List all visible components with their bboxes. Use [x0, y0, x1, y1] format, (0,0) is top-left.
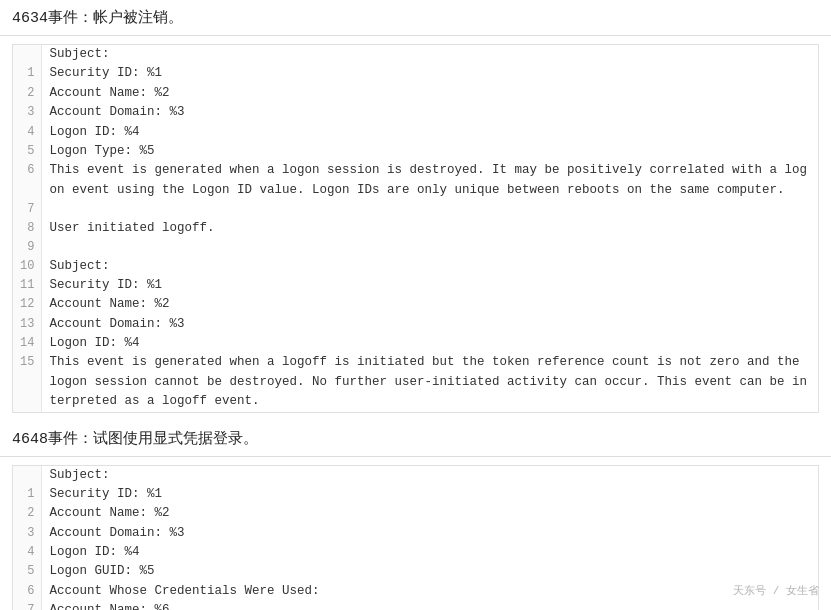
- line-content: Account Domain: %3: [41, 103, 818, 122]
- table-row: 4Logon ID: %4: [13, 543, 818, 562]
- line-number: 5: [13, 142, 41, 161]
- line-number: 1: [13, 64, 41, 83]
- line-content: Logon ID: %4: [41, 123, 818, 142]
- line-number: 4: [13, 123, 41, 142]
- table-row: 13Account Domain: %3: [13, 315, 818, 334]
- line-content: Account Name: %2: [41, 84, 818, 103]
- line-number: 5: [13, 562, 41, 581]
- line-content: Account Whose Credentials Were Used:: [41, 582, 818, 601]
- line-content: Logon Type: %5: [41, 142, 818, 161]
- table-row: 3Account Domain: %3: [13, 524, 818, 543]
- code-block-section-4634: Subject:1Security ID: %12Account Name: %…: [12, 44, 819, 413]
- table-row: 4Logon ID: %4: [13, 123, 818, 142]
- line-content: This event is generated when a logoff is…: [41, 353, 818, 411]
- code-table-section-4634: Subject:1Security ID: %12Account Name: %…: [13, 45, 818, 412]
- line-content: Logon ID: %4: [41, 334, 818, 353]
- line-number: 4: [13, 543, 41, 562]
- table-row: 3Account Domain: %3: [13, 103, 818, 122]
- line-content: Logon ID: %4: [41, 543, 818, 562]
- line-content: Account Name: %2: [41, 295, 818, 314]
- line-content: Subject:: [41, 257, 818, 276]
- line-number: [13, 466, 41, 485]
- section-header-section-4634: 4634事件：帐户被注销。: [0, 0, 831, 36]
- table-row: 15This event is generated when a logoff …: [13, 353, 818, 411]
- line-content: Account Domain: %3: [41, 524, 818, 543]
- line-content: This event is generated when a logon ses…: [41, 161, 818, 200]
- line-number: 10: [13, 257, 41, 276]
- table-row: 2Account Name: %2: [13, 84, 818, 103]
- line-content: User initiated logoff.: [41, 219, 818, 238]
- line-number: 7: [13, 200, 41, 219]
- table-row: 14Logon ID: %4: [13, 334, 818, 353]
- table-row: Subject:: [13, 45, 818, 64]
- code-table-section-4648: Subject:1Security ID: %12Account Name: %…: [13, 466, 818, 610]
- table-row: 5Logon Type: %5: [13, 142, 818, 161]
- line-number: 2: [13, 504, 41, 523]
- line-number: 3: [13, 524, 41, 543]
- line-content: [41, 238, 818, 257]
- line-content: Security ID: %1: [41, 64, 818, 83]
- table-row: 7: [13, 200, 818, 219]
- line-number: 8: [13, 219, 41, 238]
- line-content: Subject:: [41, 466, 818, 485]
- line-number: 7: [13, 601, 41, 610]
- line-number: 11: [13, 276, 41, 295]
- table-row: 1Security ID: %1: [13, 485, 818, 504]
- line-number: 9: [13, 238, 41, 257]
- table-row: 8User initiated logoff.: [13, 219, 818, 238]
- line-number: 12: [13, 295, 41, 314]
- table-row: 7Account Name: %6: [13, 601, 818, 610]
- table-row: 2Account Name: %2: [13, 504, 818, 523]
- table-row: 6This event is generated when a logon se…: [13, 161, 818, 200]
- line-number: 13: [13, 315, 41, 334]
- line-content: Subject:: [41, 45, 818, 64]
- table-row: 5Logon GUID: %5: [13, 562, 818, 581]
- app-container: 4634事件：帐户被注销。Subject:1Security ID: %12Ac…: [0, 0, 831, 610]
- table-row: 10Subject:: [13, 257, 818, 276]
- line-number: [13, 45, 41, 64]
- line-content: Security ID: %1: [41, 276, 818, 295]
- line-content: Security ID: %1: [41, 485, 818, 504]
- table-row: 11Security ID: %1: [13, 276, 818, 295]
- line-content: Account Domain: %3: [41, 315, 818, 334]
- line-number: 15: [13, 353, 41, 411]
- line-number: 2: [13, 84, 41, 103]
- line-content: Account Name: %6: [41, 601, 818, 610]
- section-header-section-4648: 4648事件：试图使用显式凭据登录。: [0, 421, 831, 457]
- line-number: 6: [13, 161, 41, 200]
- line-number: 14: [13, 334, 41, 353]
- table-row: 9: [13, 238, 818, 257]
- line-content: Logon GUID: %5: [41, 562, 818, 581]
- table-row: 1Security ID: %1: [13, 64, 818, 83]
- line-content: [41, 200, 818, 219]
- line-content: Account Name: %2: [41, 504, 818, 523]
- line-number: 3: [13, 103, 41, 122]
- line-number: 6: [13, 582, 41, 601]
- table-row: Subject:: [13, 466, 818, 485]
- line-number: 1: [13, 485, 41, 504]
- table-row: 6Account Whose Credentials Were Used:: [13, 582, 818, 601]
- code-block-section-4648: Subject:1Security ID: %12Account Name: %…: [12, 465, 819, 610]
- table-row: 12Account Name: %2: [13, 295, 818, 314]
